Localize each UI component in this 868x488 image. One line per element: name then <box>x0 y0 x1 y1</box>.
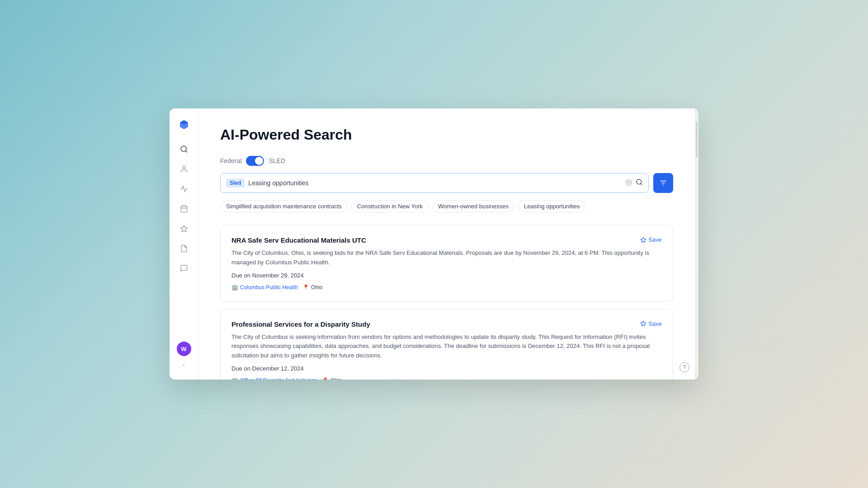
svg-line-12 <box>641 183 642 185</box>
toggle-row: Federal SLED <box>220 156 673 166</box>
sidebar-item-activity[interactable] <box>176 181 192 197</box>
card-header-1: Professional Services for a Disparity St… <box>231 320 662 328</box>
search-submit-icon[interactable] <box>636 178 643 188</box>
save-button-1[interactable]: Save <box>640 320 662 327</box>
chip-0[interactable]: Simplified acquisition maintenance contr… <box>220 200 348 212</box>
card-header-0: NRA Safe Serv Educational Materials UTC … <box>231 236 662 244</box>
search-clear-icon[interactable] <box>626 179 632 187</box>
save-label-0: Save <box>648 236 662 243</box>
card-tags-1: 🏢 Office Of Diversity And Inclusion 📍 Oh… <box>231 377 662 380</box>
svg-point-2 <box>183 166 185 169</box>
save-button-0[interactable]: Save <box>640 236 662 243</box>
card-tag-org-0[interactable]: 🏢 Columbus Public Health <box>231 284 298 291</box>
suggestion-chips: Simplified acquisition maintenance contr… <box>220 200 673 212</box>
card-due-0: Due on November 29, 2024 <box>231 272 662 279</box>
save-label-1: Save <box>648 320 662 327</box>
sidebar-item-profile[interactable] <box>176 161 192 177</box>
card-desc-1: The City of Columbus is seeking informat… <box>231 333 662 361</box>
card-tag-geo-0[interactable]: 📍 Ohio <box>302 284 322 291</box>
search-input[interactable] <box>248 179 622 187</box>
geo-icon-1: 📍 <box>322 377 329 380</box>
geo-label-0: Ohio <box>311 284 322 291</box>
card-title-0: NRA Safe Serv Educational Materials UTC <box>231 236 366 244</box>
sidebar-item-documents[interactable] <box>176 240 192 257</box>
svg-marker-17 <box>641 321 646 326</box>
search-tag: Sled <box>226 178 245 188</box>
card-tag-org-1[interactable]: 🏢 Office Of Diversity And Inclusion <box>231 377 317 380</box>
card-tag-geo-1[interactable]: 📍 Ohio <box>322 377 342 380</box>
result-card-1: Professional Services for a Disparity St… <box>220 309 673 380</box>
toggle-sled-label: SLED <box>269 157 285 164</box>
svg-line-1 <box>185 150 187 152</box>
org-label-1: Office Of Diversity And Inclusion <box>240 377 317 380</box>
sidebar-item-search[interactable] <box>176 141 192 157</box>
scrollbar[interactable] <box>695 108 698 380</box>
search-container: Sled <box>220 173 673 193</box>
app-logo <box>177 117 191 132</box>
sidebar-item-calendar[interactable] <box>176 201 192 217</box>
collapse-button[interactable]: › <box>179 360 189 371</box>
geo-icon-0: 📍 <box>302 284 309 291</box>
help-button[interactable]: ? <box>679 362 689 372</box>
card-due-1: Due on December 12, 2024 <box>231 365 662 372</box>
geo-label-1: Ohio <box>330 377 342 380</box>
user-avatar[interactable]: W <box>177 342 191 356</box>
svg-rect-3 <box>181 206 187 212</box>
chip-1[interactable]: Construction in New York <box>351 200 429 212</box>
svg-marker-16 <box>641 237 646 242</box>
toggle-federal-label: Federal <box>220 157 241 164</box>
chip-2[interactable]: Women-owned businesses <box>432 200 514 212</box>
card-tags-0: 🏢 Columbus Public Health 📍 Ohio <box>231 284 662 291</box>
sidebar: W › <box>170 108 198 380</box>
sidebar-item-favorites[interactable] <box>176 221 192 237</box>
result-card-0: NRA Safe Serv Educational Materials UTC … <box>220 225 673 302</box>
federal-sled-toggle[interactable] <box>246 156 264 166</box>
card-title-1: Professional Services for a Disparity St… <box>231 320 370 328</box>
chip-3[interactable]: Leasing opportunities <box>518 200 586 212</box>
main-content: AI-Powered Search Federal SLED Sled <box>198 108 695 380</box>
page-title: AI-Powered Search <box>220 127 673 143</box>
svg-marker-7 <box>180 225 187 232</box>
org-icon-1: 🏢 <box>231 377 238 380</box>
org-icon-0: 🏢 <box>231 284 238 291</box>
scrollbar-thumb[interactable] <box>696 121 698 157</box>
filter-button[interactable] <box>653 173 673 193</box>
org-label-0: Columbus Public Health <box>240 284 298 291</box>
search-bar: Sled <box>220 173 649 193</box>
card-desc-0: The City of Columbus, Ohio, is seeking b… <box>231 249 662 267</box>
sidebar-item-chat[interactable] <box>176 260 192 277</box>
